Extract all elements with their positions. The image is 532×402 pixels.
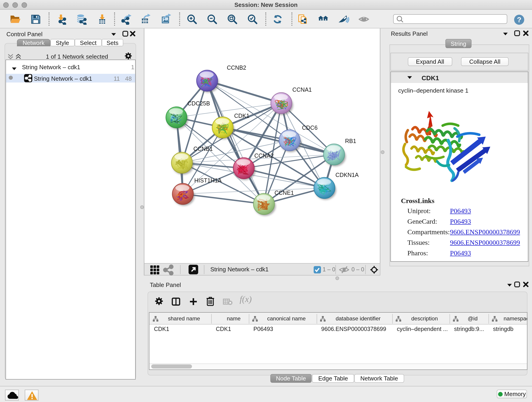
svg-text:CDKN1A: CDKN1A	[336, 172, 359, 178]
svg-text:?: ?	[517, 16, 521, 24]
svg-text:CDC25B: CDC25B	[187, 100, 210, 107]
svg-text:CDC6: CDC6	[302, 124, 317, 131]
svg-text:RB1: RB1	[345, 138, 356, 144]
svg-text:CCNB2: CCNB2	[227, 64, 246, 71]
svg-text:HIST1H1A: HIST1H1A	[194, 177, 222, 184]
svg-text:CCNA1: CCNA1	[292, 86, 312, 93]
svg-text:CCNA2: CCNA2	[254, 153, 274, 159]
svg-text:CCNB1: CCNB1	[193, 146, 213, 152]
svg-text:CCNE1: CCNE1	[274, 190, 294, 196]
svg-text:CDK1: CDK1	[234, 113, 249, 119]
